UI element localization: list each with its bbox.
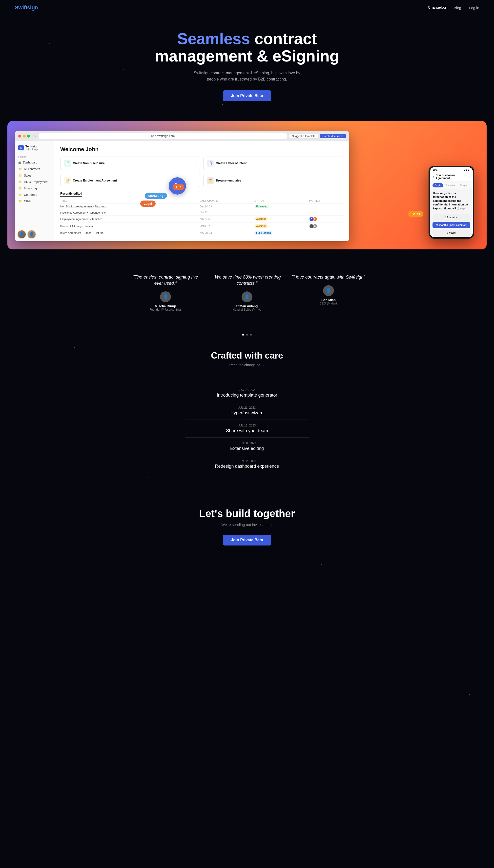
folder-icon-hr: 📁 [18,180,22,184]
testimonial-role-1: Head of Sales @ myo [210,308,284,311]
changelog-date-2: JUL 11, 2023 [185,424,309,427]
hero-cta-button[interactable]: Join Private Beta [223,90,271,101]
nav-blog[interactable]: Blog [454,6,461,10]
row-title-4: Intern Agreement • Hanse + Lint Inc. [60,230,200,236]
row-status-0: Uploaded [254,203,309,210]
table-row[interactable]: Non Disclosure Agreement • Nasonex Dec 1… [60,203,343,210]
changelog-item-2: JUL 11, 2023 Share with your team [185,420,309,438]
changelog-items: AUG 02, 2023 Introducing template genera… [185,384,309,473]
sidebar-item-dashboard[interactable]: ⊞ Dashboard [15,159,54,166]
action-card-nda[interactable]: 📄 Create Non Disclosure › [60,157,200,170]
avatar-2: 👤 [27,230,36,239]
carousel-dot-0[interactable] [242,334,244,335]
sidebar-brand-icon: S [18,145,24,150]
dot-green [27,135,30,138]
changelog-title: Crafted with care [10,350,484,361]
phone-mockup: 9:41 ▲▲▲ ‹ Non Disclosure Agreement ⋯ Cr… [429,166,474,239]
cta-title: Let's build together [10,508,484,520]
row-status-4: Fully Signed [254,230,309,236]
table-row[interactable]: Power of Attorney • Janster Oct 30, 23 A… [60,223,343,230]
phone-tab-create[interactable]: Create [433,183,443,188]
col-title: Title [60,198,200,204]
action-card-templates[interactable]: 🗂️ Browse templates › [203,174,343,187]
action-cards-2: 📝 Create Employment Agreement › 🗂️ Brows… [60,174,343,187]
parties-avatars-2: A D [309,217,343,221]
testimonial-name-2: Ben Mian [291,298,365,302]
changelog-date-1: JUL 21, 2023 [185,406,309,409]
hero-subtitle: Swiftsign contract management & eSigning… [193,70,301,82]
sidebar-item-other[interactable]: 📁 Other [15,198,54,205]
testimonials-section: "The easiest contract signing I've ever … [0,259,494,326]
table-row[interactable]: Freelance Agreement • Robertson Inc. Nov… [60,210,343,215]
sidebar-brand-name: Swiftsign John Reap [25,145,38,151]
phone-option-24[interactable]: 24 months (most common) [433,222,470,228]
card-left-employment: 📝 Create Employment Agreement [64,177,117,184]
row-date-0: Dec 14, 23 [200,203,254,210]
sidebar-item-financing[interactable]: 📁 Financing [15,185,54,192]
changelog-text-4[interactable]: Redesign dashboard experience [185,464,309,469]
phone-back-icon[interactable]: ‹ [433,175,434,178]
parties-avatars-3: K K [309,224,343,228]
arrow-icon-employment: › [195,178,196,182]
main-content: Welcome John 📄 Create Non Disclosure › 📋 [54,141,349,241]
phone-tab-sign: 3 Sign [458,183,469,188]
folder-icon-financing: 📁 [18,187,22,190]
phone-time: 9:41 [433,169,437,171]
testimonial-name-1: Stefan Anlang [210,304,284,308]
arrow-icon-nda: › [195,161,196,165]
sidebar-brand: S Swiftsign John Reap [15,145,54,154]
changelog-text-3[interactable]: Extensive editing [185,446,309,451]
carousel-dot-2[interactable] [250,334,252,335]
changelog-item-0: AUG 02, 2023 Introducing template genera… [185,384,309,402]
phone-help-link[interactable]: ⓘ Help [457,208,464,210]
row-parties-4 [309,230,343,236]
phone-tab-review: 2 Review [444,183,457,188]
row-date-4: Nov 28, 23 [200,230,254,236]
phone-status-bar: 9:41 ▲▲▲ [430,167,473,172]
phone-icons: ▲▲▲ [463,169,470,171]
nav-login[interactable]: Log in [469,6,479,10]
row-parties-0 [309,203,343,210]
party-avatar: D [313,217,317,221]
carousel-dot-1[interactable] [246,334,248,335]
create-document-btn[interactable]: Create document [320,134,345,138]
changelog-link[interactable]: Read the changelog → [229,363,265,367]
phone-option-3y[interactable]: 3 years [433,230,470,236]
table-row[interactable]: Employment Agreement • Templice Nov 4, 2… [60,215,343,223]
changelog-date-4: JUN 22, 2023 [185,459,309,463]
contracts-table: Title Last Update Status Parties Non Dis… [60,198,343,236]
changelog-text-0[interactable]: Introducing template generator [185,393,309,398]
suggest-template-btn[interactable]: Suggest a template [289,134,318,138]
dot-red [18,135,21,138]
card-left-templates: 🗂️ Browse templates [207,177,241,184]
row-title-0: Non Disclosure Agreement • Nasonex [60,203,200,210]
employment-icon: 📝 [64,177,71,184]
cta-button[interactable]: Join Private Beta [223,535,271,545]
hero-title-highlight: Seamless [177,30,250,48]
nav-changelog[interactable]: Changelog [428,5,446,11]
changelog-text-1[interactable]: Hyperfast wizard [185,410,309,416]
testimonial-1: "We save time 80% when creating contract… [210,274,284,311]
recently-edited-title: Recently edited [60,192,82,197]
col-parties: Parties [309,198,343,204]
nda-icon: 📄 [64,160,71,167]
sidebar-item-hr[interactable]: 📁 HR & Employment [15,179,54,185]
cta-section: Let's build together We're sending out i… [0,488,494,565]
sidebar-item-corporate[interactable]: 📁 Corporate [15,192,54,198]
changelog-text-2[interactable]: Share with your team [185,428,309,433]
row-status-3: Awaiting [254,223,309,230]
testimonial-avatar-0: 👤 [160,291,171,302]
testimonial-quote-2: "I love contracts again with Swiftsign" [291,274,365,280]
sidebar-item-sales[interactable]: 📁 Sales [15,172,54,179]
browser-chrome: ‹ › app.swiftsign.com Suggest a template… [15,131,349,141]
phone-option-12[interactable]: 12 months [433,214,470,220]
changelog-section: Crafted with care Read the changelog → A… [0,335,494,488]
action-card-loi[interactable]: 📋 Create Letter of intent › [203,157,343,170]
dot-yellow [23,135,26,138]
row-status-1 [254,210,309,215]
action-cards: 📄 Create Non Disclosure › 📋 Create Lette… [60,157,343,170]
table-row[interactable]: Intern Agreement • Hanse + Lint Inc. Nov… [60,230,343,236]
phone-options: 12 months 24 months (most common) 3 year… [430,213,473,237]
changelog-item-4: JUN 22, 2023 Redesign dashboard experien… [185,455,309,473]
sidebar-item-all-contracts[interactable]: 📁 All contracts [15,166,54,172]
